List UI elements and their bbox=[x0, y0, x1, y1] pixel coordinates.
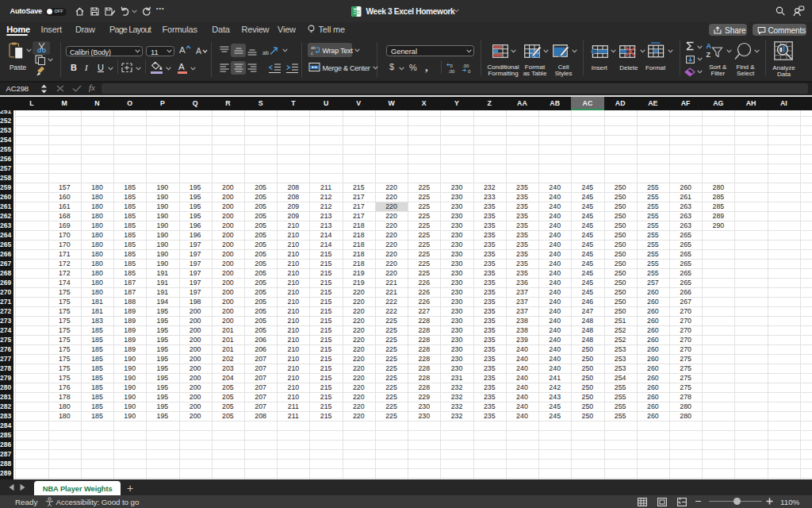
svg-text:Z: Z bbox=[707, 51, 711, 58]
svg-text:.00: .00 bbox=[462, 64, 469, 68]
svg-text:0: 0 bbox=[450, 64, 454, 68]
svg-text:.00: .00 bbox=[448, 69, 455, 74]
svg-text:ab: ab bbox=[311, 45, 316, 50]
svg-text:ab: ab bbox=[262, 50, 269, 56]
svg-text:0: 0 bbox=[468, 69, 471, 74]
svg-text:A: A bbox=[707, 42, 712, 50]
svg-text:c: c bbox=[311, 51, 313, 56]
